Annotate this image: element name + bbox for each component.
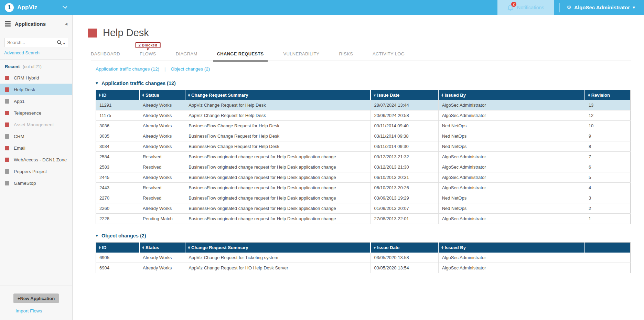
table-row[interactable]: 2270ResolvedBusinessFlow originated chan…	[96, 193, 631, 203]
cell-status: Already Works	[139, 110, 185, 121]
sidebar-footer: +New Application Import Flows	[0, 286, 72, 320]
tab-label: CHANGE REQUESTS	[217, 51, 264, 56]
table-row[interactable]: 3036Already WorksBusinessFlow Change Req…	[96, 121, 631, 131]
app-switcher-chevron-icon[interactable]	[62, 4, 67, 9]
application-square-icon	[5, 158, 9, 162]
sort-icon	[142, 94, 144, 97]
table-row[interactable]: 2260Already WorksBusinessFlow originated…	[96, 203, 631, 214]
tab-flows[interactable]: FLOWS2 Blocked	[140, 51, 156, 56]
column-header-issued-by[interactable]: Issued By	[438, 243, 585, 253]
cell-revision: 12	[585, 110, 630, 121]
user-menu[interactable]: ⚙ AlgoSec Administrator ▼	[560, 4, 644, 11]
column-header-issued-by[interactable]: Issued By	[438, 90, 585, 100]
table-row[interactable]: 2443ResolvedBusinessFlow originated chan…	[96, 183, 631, 193]
column-header-status[interactable]: Status	[139, 90, 185, 100]
sidebar-item-gamestop[interactable]: GameStop	[0, 177, 72, 189]
table-row[interactable]: 11175Already WorksAppViz Change Request …	[96, 110, 631, 121]
tab-change-requests[interactable]: CHANGE REQUESTS	[217, 51, 264, 56]
table-row[interactable]: 2228Pending MatchBusinessFlow originated…	[96, 214, 631, 224]
column-header-issue-date[interactable]: Issue Date	[371, 90, 438, 100]
cell-issued-by: Ned NetOps	[438, 203, 585, 214]
sort-icon	[99, 94, 100, 97]
application-color-square	[88, 29, 97, 38]
sidebar-item-telepresence[interactable]: Telepresence	[0, 107, 72, 119]
collapse-triangle-icon[interactable]: ▼	[96, 82, 98, 85]
search-input[interactable]	[7, 40, 55, 45]
application-square-icon	[5, 181, 9, 185]
table-row[interactable]: 2445Already WorksBusinessFlow originated…	[96, 172, 631, 183]
cell-issue-date: 06/10/2013 20:31	[371, 172, 438, 183]
table-row[interactable]: 3035Already WorksBusinessFlow Change Req…	[96, 131, 631, 141]
cell-issue-date: 03/05/2020 13:58	[371, 253, 438, 263]
search-options-caret-icon[interactable]: ▼	[63, 42, 65, 45]
table-row[interactable]: 6905Already WorksAppViz Change Request f…	[96, 253, 631, 263]
column-header-label: Status	[146, 93, 159, 98]
sidebar-item-asset-management[interactable]: Asset Management	[0, 119, 72, 130]
sidebar-item-webaccess-dcn1-zone[interactable]: WebAccess - DCN1 Zone	[0, 154, 72, 166]
cell-revision: 3	[585, 193, 630, 203]
quicklinks: Application traffic changes (12) | Objec…	[96, 66, 644, 72]
tab-activity-log[interactable]: ACTIVITY LOG	[373, 51, 405, 56]
search-icon[interactable]	[57, 40, 62, 45]
column-header-id[interactable]: ID	[96, 243, 139, 253]
column-header-revision[interactable]: Revision	[585, 90, 630, 100]
cell-issue-date: 27/08/2013 22:01	[371, 214, 438, 224]
column-header-issue-date[interactable]: Issue Date	[371, 243, 438, 253]
table-row[interactable]: 2584ResolvedBusinessFlow originated chan…	[96, 152, 631, 162]
column-header-label: Change Request Summary	[191, 93, 248, 98]
sidebar-header: Applications ◀	[0, 15, 72, 33]
cell-issue-date: 03/05/2020 13:54	[371, 263, 438, 273]
column-header-change-request-summary[interactable]: Change Request Summary	[185, 90, 371, 100]
sidebar-item-crm[interactable]: CRM	[0, 130, 72, 142]
tab-risks[interactable]: RISKS	[339, 51, 353, 56]
sort-desc-icon	[374, 95, 376, 97]
cell-change-request-summary: BusinessFlow originated change request f…	[185, 172, 371, 183]
table-row[interactable]: 11291Already WorksAppViz Change Request …	[96, 100, 631, 110]
tab-diagram[interactable]: DIAGRAM	[176, 51, 197, 56]
gear-icon: ⚙	[567, 4, 571, 11]
column-header-id[interactable]: ID	[96, 90, 139, 100]
cell-revision: 8	[585, 141, 630, 152]
tab-vulnerability[interactable]: VULNERABILITY	[283, 51, 320, 56]
sidebar-item-label: App1	[14, 99, 25, 104]
quicklink-object-changes[interactable]: Object changes (2)	[171, 66, 210, 72]
quicklink-application-traffic-changes[interactable]: Application traffic changes (12)	[96, 66, 159, 72]
new-application-button[interactable]: +New Application	[13, 294, 59, 303]
sidebar-item-help-desk[interactable]: Help Desk	[0, 84, 72, 95]
app-screen: 1 AppViz 2 Notifications ⚙ AlgoSec Admin…	[0, 0, 644, 320]
cell-status: Already Works	[139, 253, 185, 263]
column-header-empty[interactable]	[585, 243, 630, 253]
section-title: Object changes (2)	[101, 233, 146, 238]
table-row[interactable]: 6904Already WorksAppViz Change Request f…	[96, 263, 631, 273]
sidebar-item-email[interactable]: Email	[0, 142, 72, 154]
notifications-button[interactable]: 2 Notifications	[497, 0, 554, 15]
import-flows-link[interactable]: Import Flows	[15, 308, 42, 313]
cell-status: Resolved	[139, 152, 185, 162]
collapse-triangle-icon[interactable]: ▼	[96, 234, 98, 237]
blocked-badge: 2 Blocked	[136, 42, 161, 48]
brand-name: AppViz	[17, 4, 37, 11]
sidebar-item-crm-hybrid[interactable]: CRM Hybrid	[0, 72, 72, 84]
sort-icon	[441, 246, 443, 250]
table-row[interactable]: 3034Already WorksBusinessFlow Change Req…	[96, 141, 631, 152]
column-header-status[interactable]: Status	[139, 243, 185, 253]
application-square-icon	[5, 87, 9, 92]
sidebar-title: Applications	[15, 21, 46, 27]
logo-glyph: 1	[8, 4, 11, 11]
application-square-icon	[5, 169, 9, 174]
cell-issued-by: AlgoSec Administrator	[438, 183, 585, 193]
cell-id: 2445	[96, 172, 139, 183]
cell-id: 3036	[96, 121, 139, 131]
sidebar-collapse-icon[interactable]: ◀	[65, 22, 67, 26]
hamburger-menu-icon[interactable]	[5, 21, 11, 26]
cell-id: 2583	[96, 162, 139, 172]
cell-status: Already Works	[139, 100, 185, 110]
sidebar-item-peppers-project[interactable]: Peppers Project	[0, 166, 72, 177]
advanced-search-link[interactable]: Advanced Search	[4, 50, 40, 55]
table-row[interactable]: 2583ResolvedBusinessFlow originated chan…	[96, 162, 631, 172]
tab-dashboard[interactable]: DASHBOARD	[91, 51, 120, 56]
column-header-change-request-summary[interactable]: Change Request Summary	[185, 243, 371, 253]
cell-status: Pending Match	[139, 214, 185, 224]
sidebar-item-app1[interactable]: App1	[0, 95, 72, 107]
cell-empty	[585, 263, 630, 273]
